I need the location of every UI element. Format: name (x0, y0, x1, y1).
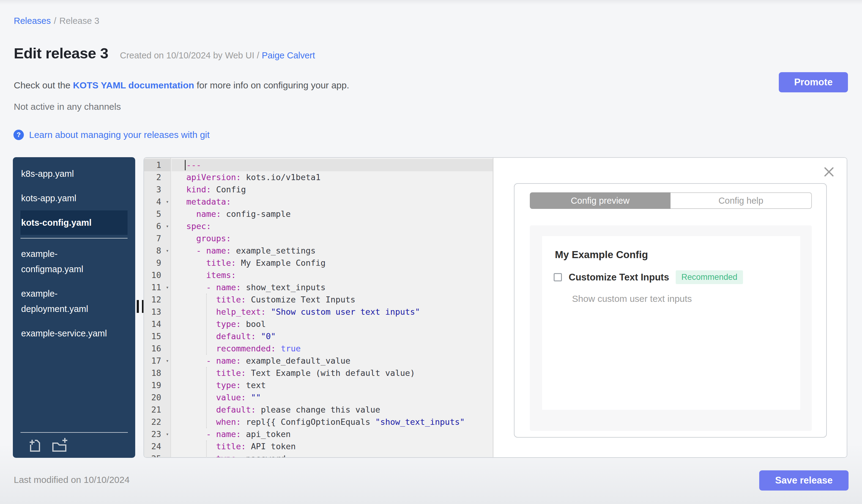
recommended-badge: Recommended (676, 270, 743, 284)
editor-code-area[interactable]: ---apiVersion: kots.io/v1beta1kind: Conf… (172, 158, 493, 457)
sidebar-item-kots-config.yaml[interactable]: kots-config.yaml (21, 210, 128, 235)
code-line-4[interactable]: metadata: (172, 196, 493, 208)
sidebar-item-example-service.yaml[interactable]: example-service.yaml (21, 321, 128, 346)
code-line-14[interactable]: type: bool (172, 318, 493, 330)
config-item-help-text: Show custom user text inputs (572, 294, 692, 304)
kots-yaml-docs-link[interactable]: KOTS YAML documentation (73, 80, 194, 90)
config-group-title: My Example Config (555, 249, 648, 261)
created-by: Created on 10/10/2024 by Web UI / Paige … (120, 51, 315, 61)
code-line-20[interactable]: value: "" (172, 392, 493, 404)
gutter-line-15: 15 (144, 330, 170, 343)
code-line-5[interactable]: name: config-sample (172, 208, 493, 220)
code-line-19[interactable]: type: text (172, 379, 493, 392)
sidebar-splitter-handle[interactable] (137, 300, 139, 313)
fold-arrow-icon[interactable]: ▾ (166, 196, 169, 208)
code-token (186, 405, 216, 414)
line-number: 6 (156, 222, 161, 231)
file-name-text: example-service.yaml (21, 326, 127, 341)
code-line-25[interactable]: type: password (172, 453, 493, 457)
code-line-12[interactable]: title: Customize Text Inputs (172, 294, 493, 306)
gutter-line-19: 19 (144, 379, 170, 392)
code-line-7[interactable]: groups: (172, 233, 493, 245)
code-token (276, 344, 281, 353)
tab-config-preview[interactable]: Config preview (530, 193, 670, 209)
code-line-2[interactable]: apiVersion: kots.io/v1beta1 (172, 171, 493, 184)
fold-arrow-icon[interactable]: ▾ (166, 220, 169, 233)
sidebar-footer (21, 432, 128, 458)
new-folder-icon[interactable] (50, 438, 69, 453)
code-line-6[interactable]: spec: (172, 220, 493, 233)
tab-config-help[interactable]: Config help (670, 193, 812, 209)
code-token: Customize Text Inputs (246, 295, 355, 304)
code-line-21[interactable]: default: please change this value (172, 404, 493, 416)
code-token: true (281, 344, 301, 353)
code-line-10[interactable]: items: (172, 269, 493, 281)
code-token (186, 258, 206, 268)
code-line-24[interactable]: title: API token (172, 440, 493, 453)
config-render-area: My Example Config Customize Text Inputs … (530, 225, 812, 431)
file-name-text: kots-config.yaml (21, 215, 127, 230)
file-name-text: example- (21, 286, 127, 301)
docs-suffix: for more info on configuring your app. (194, 80, 349, 90)
code-token: items: (206, 270, 236, 280)
code-token: "" (251, 393, 261, 402)
fold-arrow-icon[interactable]: ▾ (166, 355, 169, 367)
new-file-icon[interactable] (27, 438, 42, 453)
gutter-line-12: 12 (144, 294, 170, 306)
file-list: k8s-app.yamlkots-app.yamlkots-config.yam… (21, 161, 128, 235)
file-name-text: k8s-app.yaml (21, 166, 127, 181)
breadcrumb-releases-link[interactable]: Releases (14, 16, 51, 26)
fold-arrow-icon[interactable]: ▾ (166, 428, 169, 440)
author-link[interactable]: Paige Calvert (262, 51, 315, 60)
breadcrumb-separator: / (54, 16, 56, 26)
promote-button[interactable]: Promote (779, 72, 848, 92)
line-number: 10 (151, 270, 161, 280)
code-line-17[interactable]: - name: example_default_value (172, 355, 493, 367)
question-icon: ? (13, 130, 24, 140)
code-token: example_default_value (241, 356, 351, 366)
code-line-13[interactable]: help_text: "Show custom user text inputs… (172, 306, 493, 318)
close-icon[interactable] (823, 167, 835, 177)
config-item-label: Customize Text Inputs (569, 272, 669, 283)
line-number: 7 (156, 234, 161, 243)
code-token: type: (216, 454, 241, 457)
code-token: title: (206, 258, 236, 268)
sidebar-item-example-configmap.yaml[interactable]: example-configmap.yaml (21, 242, 128, 281)
code-line-15[interactable]: default: "0" (172, 330, 493, 343)
fold-arrow-icon[interactable]: ▾ (166, 245, 169, 257)
gutter-line-1: 1 (144, 159, 170, 171)
git-releases-link[interactable]: Learn about managing your releases with … (29, 130, 210, 140)
code-line-18[interactable]: title: Text Example (with default value) (172, 367, 493, 379)
sidebar-item-k8s-app.yaml[interactable]: k8s-app.yaml (21, 161, 128, 186)
sidebar-item-kots-app.yaml[interactable]: kots-app.yaml (21, 186, 128, 210)
code-token (186, 332, 216, 341)
code-token: Config (211, 185, 246, 194)
code-token: My Example Config (236, 258, 326, 268)
code-token: - name: (186, 246, 231, 255)
config-preview-panel: Config preview Config help My Example Co… (493, 158, 847, 457)
fold-arrow-icon[interactable]: ▾ (166, 281, 169, 294)
code-line-8[interactable]: - name: example_settings (172, 245, 493, 257)
line-number: 19 (151, 381, 161, 390)
code-token: kind: (186, 185, 211, 194)
code-token: type: (216, 319, 241, 329)
customize-text-inputs-checkbox[interactable] (554, 273, 562, 281)
line-number: 13 (151, 307, 161, 317)
sidebar-item-example-deployment.yaml[interactable]: example-deployment.yaml (21, 281, 128, 321)
channel-status: Not active in any channels (14, 102, 121, 112)
code-line-23[interactable]: - name: api_token (172, 428, 493, 440)
yaml-editor[interactable]: 1234▾56▾78▾91011▾121314151617▾1819202122… (144, 158, 493, 457)
code-line-9[interactable]: title: My Example Config (172, 257, 493, 269)
gutter-line-9: 9 (144, 257, 170, 269)
code-line-11[interactable]: - name: show_text_inputs (172, 281, 493, 294)
code-line-3[interactable]: kind: Config (172, 184, 493, 196)
save-release-button[interactable]: Save release (759, 470, 849, 491)
code-token (246, 393, 251, 402)
code-token: please change this value (256, 405, 380, 414)
gutter-line-6: 6▾ (144, 220, 170, 233)
code-line-1[interactable]: --- (172, 159, 493, 171)
line-number: 24 (151, 442, 161, 451)
code-token: value: (216, 393, 246, 402)
code-line-16[interactable]: recommended: true (172, 343, 493, 355)
code-line-22[interactable]: when: repl{{ ConfigOptionEquals "show_te… (172, 416, 493, 428)
